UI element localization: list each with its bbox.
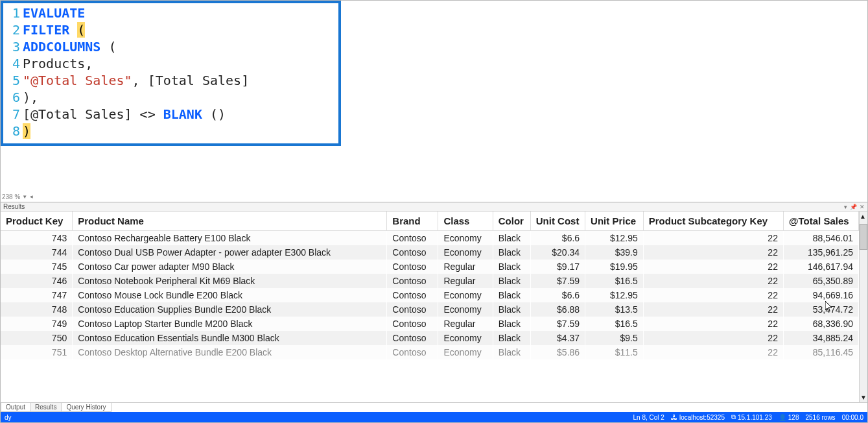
cell[interactable]: $20.34 <box>530 245 585 260</box>
cell[interactable]: Contoso Education Supplies Bundle E200 B… <box>73 302 387 317</box>
cell[interactable]: Regular <box>438 260 493 274</box>
cell[interactable]: 94,669.16 <box>783 288 858 302</box>
cell[interactable]: Black <box>493 331 530 345</box>
column-header[interactable]: Unit Cost <box>530 212 585 231</box>
cell[interactable]: 22 <box>643 274 783 288</box>
table-row[interactable]: 745Contoso Car power adapter M90 BlackCo… <box>1 260 859 274</box>
cell[interactable]: 65,350.89 <box>783 274 858 288</box>
cell[interactable]: Contoso Education Essentials Bundle M300… <box>73 331 387 345</box>
cell[interactable]: 746 <box>1 274 73 288</box>
code-line[interactable]: 8) <box>3 123 338 139</box>
cell[interactable]: Contoso <box>387 345 438 359</box>
scroll-down-arrow[interactable]: ▼ <box>860 393 867 402</box>
cell[interactable]: $7.59 <box>530 317 585 331</box>
table-row[interactable]: 749Contoso Laptop Starter Bundle M200 Bl… <box>1 317 859 331</box>
column-header[interactable]: Product Subcategory Key <box>643 212 783 231</box>
cell[interactable]: $5.86 <box>530 345 585 359</box>
cell[interactable]: 751 <box>1 345 73 359</box>
cell[interactable]: $16.5 <box>585 317 644 331</box>
cell[interactable]: Black <box>493 231 530 246</box>
cell[interactable]: Economy <box>438 345 493 359</box>
results-table[interactable]: Product KeyProduct NameBrandClassColorUn… <box>1 212 859 359</box>
table-row[interactable]: 751Contoso Desktop Alternative Bundle E2… <box>1 345 859 359</box>
cell[interactable]: Black <box>493 345 530 359</box>
cell[interactable]: Economy <box>438 302 493 317</box>
cell[interactable]: $12.95 <box>585 231 644 246</box>
cell[interactable]: 68,336.90 <box>783 317 858 331</box>
cell[interactable]: $11.5 <box>585 345 644 359</box>
cell[interactable]: $4.37 <box>530 331 585 345</box>
column-header[interactable]: @Total Sales <box>783 212 858 231</box>
scroll-thumb[interactable] <box>860 224 867 250</box>
cell[interactable]: $12.95 <box>585 288 644 302</box>
code-line[interactable]: 7 [@Total Sales] <> BLANK () <box>3 106 338 123</box>
cell[interactable]: Economy <box>438 288 493 302</box>
column-header[interactable]: Class <box>438 212 493 231</box>
cell[interactable]: $9.17 <box>530 260 585 274</box>
cell[interactable]: 85,116.45 <box>783 345 858 359</box>
code-box[interactable]: 1EVALUATE2FILTER (3 ADDCOLUMNS (4 Produc… <box>1 1 341 146</box>
cell[interactable]: 22 <box>643 260 783 274</box>
cell[interactable]: 748 <box>1 302 73 317</box>
table-row[interactable]: 747Contoso Mouse Lock Bundle E200 BlackC… <box>1 288 859 302</box>
cell[interactable]: $19.95 <box>585 260 644 274</box>
code-line[interactable]: 5 "@Total Sales", [Total Sales] <box>3 72 338 89</box>
cell[interactable]: Contoso <box>387 245 438 260</box>
cell[interactable]: Black <box>493 302 530 317</box>
cell[interactable]: Economy <box>438 245 493 260</box>
cell[interactable]: 22 <box>643 245 783 260</box>
cell[interactable]: $6.6 <box>530 288 585 302</box>
cell[interactable]: Contoso Desktop Alternative Bundle E200 … <box>73 345 387 359</box>
table-row[interactable]: 743Contoso Rechargeable Battery E100 Bla… <box>1 231 859 246</box>
cell[interactable]: 53,474.72 <box>783 302 858 317</box>
cell[interactable]: Contoso Rechargeable Battery E100 Black <box>73 231 387 246</box>
code-line[interactable]: 4 Products, <box>3 55 338 72</box>
cell[interactable]: Regular <box>438 317 493 331</box>
table-row[interactable]: 750Contoso Education Essentials Bundle M… <box>1 331 859 345</box>
column-header[interactable]: Brand <box>387 212 438 231</box>
cell[interactable]: 743 <box>1 231 73 246</box>
cell[interactable]: 146,617.94 <box>783 260 858 274</box>
cell[interactable]: Black <box>493 260 530 274</box>
cell[interactable]: Regular <box>438 274 493 288</box>
cell[interactable]: Black <box>493 288 530 302</box>
cell[interactable]: $6.88 <box>530 302 585 317</box>
cell[interactable]: 745 <box>1 260 73 274</box>
table-row[interactable]: 746Contoso Notebook Peripheral Kit M69 B… <box>1 274 859 288</box>
cell[interactable]: Contoso Dual USB Power Adapter - power a… <box>73 245 387 260</box>
cell[interactable]: $7.59 <box>530 274 585 288</box>
bottom-tab[interactable]: Output <box>1 403 30 412</box>
close-icon[interactable]: ✕ <box>860 204 865 210</box>
cell[interactable]: Contoso <box>387 231 438 246</box>
cell[interactable]: 22 <box>643 231 783 246</box>
cell[interactable]: 749 <box>1 317 73 331</box>
cell[interactable]: 34,885.24 <box>783 331 858 345</box>
table-row[interactable]: 748Contoso Education Supplies Bundle E20… <box>1 302 859 317</box>
cell[interactable]: Contoso Laptop Starter Bundle M200 Black <box>73 317 387 331</box>
chevron-down-icon[interactable]: ▼ <box>22 194 27 200</box>
column-header[interactable]: Color <box>493 212 530 231</box>
code-line[interactable]: 6 ), <box>3 89 338 106</box>
column-header[interactable]: Product Name <box>73 212 387 231</box>
results-grid[interactable]: Product KeyProduct NameBrandClassColorUn… <box>1 212 859 402</box>
cell[interactable]: Contoso <box>387 302 438 317</box>
dropdown-icon[interactable]: ▾ <box>844 204 847 210</box>
cell[interactable]: $16.5 <box>585 274 644 288</box>
cell[interactable]: Black <box>493 317 530 331</box>
cell[interactable]: $39.9 <box>585 245 644 260</box>
cell[interactable]: 750 <box>1 331 73 345</box>
cell[interactable]: Economy <box>438 331 493 345</box>
cell[interactable]: 22 <box>643 288 783 302</box>
cell[interactable]: 22 <box>643 302 783 317</box>
cell[interactable]: Contoso <box>387 331 438 345</box>
scroll-up-arrow[interactable]: ▲ <box>860 212 867 221</box>
cell[interactable]: Contoso <box>387 288 438 302</box>
cell[interactable]: 22 <box>643 317 783 331</box>
cell[interactable]: Contoso Mouse Lock Bundle E200 Black <box>73 288 387 302</box>
code-line[interactable]: 1EVALUATE <box>3 5 338 21</box>
column-header[interactable]: Unit Price <box>585 212 644 231</box>
cell[interactable]: $6.6 <box>530 231 585 246</box>
bottom-tab-strip[interactable]: OutputResultsQuery History <box>1 402 867 412</box>
cell[interactable]: Contoso Notebook Peripheral Kit M69 Blac… <box>73 274 387 288</box>
bottom-tab[interactable]: Query History <box>61 403 111 412</box>
